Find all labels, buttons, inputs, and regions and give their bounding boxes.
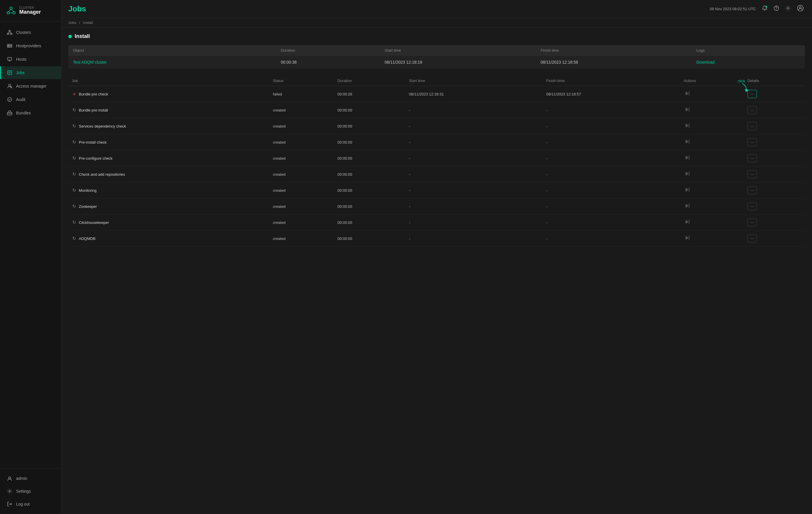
job-status: created: [269, 134, 334, 150]
svg-line-10: [10, 32, 11, 33]
help-button[interactable]: [772, 4, 781, 14]
download-logs-link[interactable]: Download: [696, 60, 800, 64]
sidebar-item-settings[interactable]: Settings: [0, 485, 61, 498]
sidebar-item-admin-label: admin: [16, 476, 27, 481]
job-start-time: -: [405, 198, 543, 215]
content-area: Install Object Duration Start time Finis…: [61, 27, 812, 514]
th-job: Job: [68, 76, 269, 86]
notifications-button[interactable]: [761, 4, 769, 14]
col-object: Object: [73, 48, 281, 53]
cluster-manager-logo-icon: [6, 5, 16, 16]
sidebar-item-audit[interactable]: Audit: [0, 93, 61, 106]
sidebar-item-jobs[interactable]: Jobs: [0, 66, 61, 79]
logout-icon: [7, 501, 12, 507]
sidebar-item-bundles-label: Bundles: [16, 111, 31, 115]
status-created-icon: ↻: [72, 108, 77, 112]
table-row: ✕ Bundle pre check failed 00:00:26 08/11…: [68, 86, 805, 102]
play-to-end-button[interactable]: [684, 218, 691, 227]
details-button[interactable]: ···: [748, 154, 757, 162]
breadcrumb-current: Install: [83, 21, 93, 25]
play-to-end-icon: [685, 235, 690, 240]
play-to-end-button[interactable]: [684, 138, 691, 146]
col-start-time: Start time: [385, 48, 541, 53]
svg-marker-41: [686, 107, 689, 112]
play-to-end-button[interactable]: [684, 234, 691, 243]
sidebar-item-access-manager[interactable]: Access manager: [0, 80, 61, 92]
svg-point-2: [13, 12, 15, 14]
details-button[interactable]: ···: [748, 170, 757, 178]
svg-point-15: [8, 47, 9, 47]
sidebar-item-bundles[interactable]: Bundles: [0, 107, 61, 119]
play-to-end-button[interactable]: [684, 202, 691, 211]
play-to-end-button[interactable]: [684, 154, 691, 163]
job-status: created: [269, 231, 334, 247]
logo-text: Cluster Manager: [19, 6, 41, 15]
play-to-end-button[interactable]: [684, 170, 691, 179]
details-button[interactable]: ···: [748, 186, 757, 194]
table-row: ↻ Pre-install check created 00:00:00 - -: [68, 134, 805, 150]
cluster-summary-header: Object Duration Start time Finish time L…: [68, 45, 805, 55]
svg-point-14: [8, 45, 9, 45]
job-name: Bundle pre check: [79, 92, 108, 96]
job-start-time: -: [405, 102, 543, 118]
status-created-icon: ↻: [72, 220, 77, 225]
job-name: Clickhousekeeper: [79, 220, 109, 225]
job-duration: 00:00:00: [334, 182, 405, 198]
details-button[interactable]: ···: [748, 218, 757, 227]
table-row: ↻ Zookeeper created 00:00:00 - -: [68, 198, 805, 215]
sidebar: Cluster Manager Clusters Ho: [0, 0, 61, 514]
th-status: Status: [269, 76, 334, 86]
sidebar-item-hostproviders[interactable]: Hostproviders: [0, 39, 61, 52]
play-to-end-button[interactable]: [684, 122, 691, 131]
job-duration: 00:00:00: [334, 102, 405, 118]
sidebar-item-clusters-label: Clusters: [16, 30, 31, 35]
details-button[interactable]: ···: [748, 202, 757, 210]
status-failed-icon: ✕: [72, 92, 77, 96]
logo-cluster-label: Cluster: [19, 6, 41, 9]
svg-point-35: [787, 8, 789, 9]
jobs-icon: [7, 70, 12, 76]
sidebar-nav: Clusters Hostproviders Hosts: [0, 21, 61, 468]
header: Jobs 09 Nov 2023 08:02:51 UTC: [61, 0, 812, 18]
svg-point-6: [9, 30, 10, 32]
job-finish-time: -: [543, 231, 680, 247]
job-name: Pre-configure check: [79, 156, 113, 161]
job-start-time: 08/11/2023 12:18:31: [405, 86, 543, 102]
job-name: Bundle pre install: [79, 108, 108, 112]
job-start-time: -: [405, 166, 543, 182]
job-name: Services dependency check: [79, 124, 126, 128]
details-button[interactable]: ···: [748, 138, 757, 146]
details-button[interactable]: ···: [748, 106, 757, 114]
sidebar-item-admin[interactable]: admin: [0, 472, 61, 485]
job-finish-time: -: [543, 166, 680, 182]
sidebar-logo: Cluster Manager: [0, 0, 61, 21]
play-to-end-button[interactable]: [684, 186, 691, 195]
status-created-icon: ↻: [72, 140, 77, 144]
job-finish-time: -: [543, 134, 680, 150]
sidebar-item-clusters[interactable]: Clusters: [0, 26, 61, 39]
cluster-link[interactable]: Test ADQM cluster: [73, 60, 281, 64]
breadcrumb-parent[interactable]: Jobs: [68, 21, 76, 25]
table-row: ↻ Check and add repositories created 00:…: [68, 166, 805, 182]
gear-icon: [785, 5, 791, 11]
job-name: Pre-install check: [79, 140, 107, 144]
sidebar-item-hosts[interactable]: Hosts: [0, 53, 61, 66]
details-button[interactable]: ···: [748, 234, 757, 242]
details-button[interactable]: ···: [748, 122, 757, 130]
play-to-end-button[interactable]: [684, 90, 691, 98]
svg-line-9: [8, 32, 10, 33]
job-status: failed: [269, 86, 334, 102]
details-button[interactable]: ···: [748, 90, 757, 98]
sidebar-item-logout[interactable]: Log out: [0, 498, 61, 511]
th-start-time: Start time: [405, 76, 543, 86]
user-circle-button[interactable]: [796, 3, 805, 14]
settings-icon: [7, 488, 12, 494]
logo-manager-label: Manager: [19, 9, 41, 15]
gear-button[interactable]: [784, 4, 792, 14]
svg-marker-51: [686, 188, 689, 192]
jobs-table: Job Status Duration Start time Finish ti…: [68, 76, 805, 247]
sidebar-bottom: admin Settings Log out: [0, 468, 61, 514]
section-title: Install: [68, 33, 805, 39]
play-to-end-button[interactable]: [684, 106, 691, 114]
svg-point-0: [10, 7, 12, 9]
